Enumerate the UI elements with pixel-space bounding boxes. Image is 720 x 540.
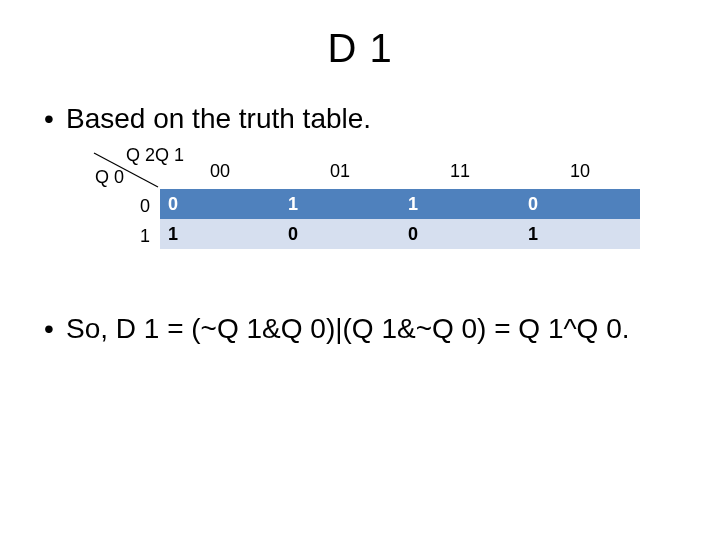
- kmap-col-header: 01: [280, 161, 400, 182]
- kmap-table: 0 1 1 0 1 0 0 1: [160, 189, 640, 249]
- kmap-row-axis-label: Q 0: [95, 167, 124, 188]
- kmap-col-header: 10: [520, 161, 640, 182]
- kmap-row-header: 0: [132, 191, 150, 221]
- table-row: 1 0 0 1: [160, 219, 640, 249]
- kmap-cell: 0: [400, 219, 520, 249]
- kmap-cell: 1: [160, 219, 280, 249]
- kmap-cell: 0: [280, 219, 400, 249]
- bullet-item-2: So, D 1 = (~Q 1&Q 0)|(Q 1&~Q 0) = Q 1^Q …: [40, 311, 684, 347]
- kmap-cell: 1: [280, 189, 400, 219]
- kmap-row-header: 1: [132, 221, 150, 251]
- slide: D 1 Based on the truth table. Q 2Q 1 Q 0…: [0, 0, 720, 540]
- kmap: Q 2Q 1 Q 0 00 01 11 10 0 1 0 1 1 0 1 0 0…: [92, 151, 632, 261]
- bullet-item-1: Based on the truth table.: [40, 101, 684, 137]
- table-row: 0 1 1 0: [160, 189, 640, 219]
- kmap-col-header: 11: [400, 161, 520, 182]
- kmap-cell: 0: [160, 189, 280, 219]
- kmap-cell: 1: [520, 219, 640, 249]
- page-title: D 1: [36, 26, 684, 71]
- kmap-cell: 0: [520, 189, 640, 219]
- kmap-col-headers: 00 01 11 10: [160, 161, 640, 182]
- kmap-row-headers: 0 1: [132, 191, 150, 251]
- bullet-list-2: So, D 1 = (~Q 1&Q 0)|(Q 1&~Q 0) = Q 1^Q …: [40, 311, 684, 347]
- bullet-list: Based on the truth table.: [40, 101, 684, 137]
- kmap-cell: 1: [400, 189, 520, 219]
- kmap-col-header: 00: [160, 161, 280, 182]
